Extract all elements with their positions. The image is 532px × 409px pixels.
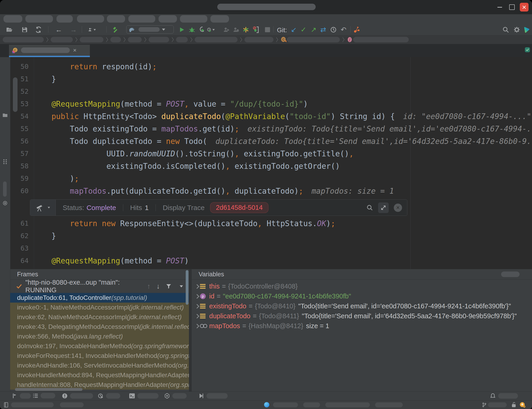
code-line-56[interactable]: 56 Todo duplicateTodo = new Todo(duplica…	[10, 135, 532, 147]
frame-row[interactable]: duplicateTodo:61, TodoController (spp.tu…	[10, 293, 189, 303]
expand-chevron-icon[interactable]	[194, 325, 200, 328]
toolwindow-debug[interactable]	[12, 393, 31, 399]
run-with-coverage-icon[interactable]	[198, 26, 206, 34]
breadcrumb-item-redacted[interactable]	[287, 37, 340, 42]
frame-row[interactable]: invokeForRequest:141, InvocableHandlerMe…	[10, 351, 189, 361]
code-line-50[interactable]: 50 return respond(id);	[10, 60, 532, 73]
bar-search-icon[interactable]	[367, 204, 373, 211]
expand-chevron-icon[interactable]	[194, 285, 200, 288]
variables-header-pill-redacted[interactable]	[501, 271, 520, 277]
code-line-53[interactable]: 53 @RequestMapping(method = POST, value …	[10, 98, 532, 110]
code-line-60[interactable]: 60 mapTodos.put(duplicateTodo.getId(), d…	[10, 185, 532, 197]
breadcrumb-item-redacted[interactable]	[80, 37, 104, 42]
status-item-redacted[interactable]	[273, 402, 298, 407]
code-line-51[interactable]: 51 }	[10, 73, 532, 85]
frame-row[interactable]: invoke:566, Method (java.lang.reflect)	[10, 332, 189, 341]
toolwindow-profiler[interactable]	[98, 393, 120, 399]
toolwindow-problems[interactable]	[62, 393, 93, 399]
code-line-58[interactable]: 58 existingTodo.isCompleted(), existingT…	[10, 160, 532, 172]
breadcrumb-item-redacted[interactable]	[51, 37, 73, 42]
settings-gear-icon[interactable]	[513, 26, 521, 34]
frame-row[interactable]: invokeAndHandle:106, ServletInvocableHan…	[10, 361, 189, 370]
tab-close-icon[interactable]: ×	[73, 47, 76, 54]
code-line-61[interactable]: 61 return new ResponseEntity<>(duplicate…	[10, 217, 532, 230]
rollback-icon[interactable]: ↶	[340, 26, 347, 34]
status-item-redacted[interactable]	[60, 402, 84, 407]
frame-row[interactable]: invoke0:-1, NativeMethodAccessorImpl (jd…	[10, 303, 189, 312]
variable-row[interactable]: mapTodos={HashMap@8412}size = 1	[192, 321, 532, 331]
frame-row[interactable]: doInvoke:197, InvocableHandlerMethod (or…	[10, 341, 189, 351]
open-folder-icon[interactable]	[6, 26, 13, 34]
save-icon[interactable]	[21, 26, 28, 34]
menu-item-pill[interactable]	[77, 15, 104, 23]
editor-tab-active[interactable]: C ×	[9, 45, 90, 56]
sync-icon[interactable]	[35, 26, 42, 34]
git-commit-icon[interactable]: ✓	[300, 26, 307, 34]
toolwindow-endpoints[interactable]	[164, 393, 187, 399]
update-available-icon[interactable]	[519, 402, 526, 408]
structure-target-icon[interactable]	[2, 200, 8, 206]
editor-corner-icon[interactable]	[524, 47, 530, 53]
expand-chevron-icon[interactable]	[194, 295, 200, 298]
maximize-button[interactable]	[508, 3, 516, 11]
breadcrumb-item-redacted[interactable]	[3, 37, 44, 42]
code-with-me-icon[interactable]	[353, 26, 361, 34]
breadcrumb-item-redacted[interactable]	[245, 37, 274, 42]
expand-chevron-icon[interactable]	[194, 305, 200, 308]
back-icon[interactable]: ←	[55, 26, 63, 34]
project-folder-icon[interactable]	[2, 112, 8, 118]
history-icon[interactable]	[330, 26, 337, 34]
status-item-redacted[interactable]	[303, 402, 320, 407]
build-hammer-icon[interactable]	[112, 26, 119, 34]
variable-row[interactable]: pid="ee0d7080-c167-4994-9241-1c4b6fe390f…	[192, 291, 532, 301]
code-line-64[interactable]: 64 @RequestMapping(method = POST)	[10, 254, 532, 267]
toolwindow-terminal[interactable]	[129, 393, 159, 399]
trace-id-badge[interactable]: 2d61458d-5014	[210, 202, 268, 213]
commit-dots-icon[interactable]	[2, 158, 8, 165]
breadcrumb-item-redacted[interactable]	[195, 37, 238, 42]
menu-item-pill[interactable]	[3, 15, 22, 23]
status-item-redacted[interactable]	[325, 402, 370, 407]
breadcrumb-item-redacted[interactable]	[110, 37, 121, 42]
chevron-down-icon[interactable]	[48, 207, 50, 208]
instrument-type-cell[interactable]	[30, 200, 56, 215]
code-line-52[interactable]: 52	[10, 85, 532, 98]
breadcrumb-item-redacted[interactable]	[149, 37, 169, 42]
tool-stripe-pill-redacted[interactable]	[3, 181, 7, 197]
status-item-redacted[interactable]	[375, 402, 403, 407]
git-update-icon[interactable]: ↙	[290, 26, 298, 34]
debug-status-dot[interactable]	[264, 402, 269, 407]
attach-debugger-icon[interactable]	[252, 26, 260, 34]
breadcrumb-item-redacted[interactable]	[176, 37, 188, 42]
variable-row[interactable]: duplicateTodo={Todo@8411}"Todo{title='Se…	[192, 311, 532, 321]
lock-icon[interactable]	[511, 402, 517, 408]
frames-horizontal-scrollbar[interactable]	[15, 388, 83, 391]
git-push-icon[interactable]: ↗	[310, 26, 317, 34]
git-fetch-icon[interactable]: ⇄	[319, 26, 327, 34]
toolwindow-services[interactable]	[199, 393, 228, 399]
profile-user-icon[interactable]	[88, 26, 96, 34]
expand-icon[interactable]	[378, 202, 389, 213]
menu-item-pill[interactable]	[180, 15, 207, 23]
code-line-59[interactable]: 59 );	[10, 172, 532, 185]
chevron-down-icon[interactable]	[180, 285, 183, 288]
search-icon[interactable]	[502, 26, 510, 34]
breadcrumb-item-redacted[interactable]	[353, 37, 409, 42]
menu-item-pill[interactable]	[107, 15, 125, 23]
filter-funnel-icon[interactable]	[166, 283, 171, 289]
git-branch-icon[interactable]	[481, 402, 487, 408]
code-line-63[interactable]: 63	[10, 242, 532, 254]
code-line-54[interactable]: 54 public HttpEntity<Todo> duplicateTodo…	[10, 110, 532, 122]
status-item-redacted[interactable]	[488, 402, 507, 407]
code-line-62[interactable]: 62 }	[10, 230, 532, 242]
breadcrumb-item-redacted[interactable]	[128, 37, 142, 42]
minimize-button[interactable]	[495, 3, 504, 11]
menu-item-pill[interactable]	[159, 15, 177, 23]
spring-rerun-icon[interactable]	[242, 26, 250, 34]
variable-row[interactable]: existingTodo={Todo@8410}"Todo{title='Sen…	[192, 301, 532, 311]
toolwindow-notifications[interactable]	[490, 393, 518, 399]
status-item-redacted[interactable]	[11, 402, 54, 407]
bar-close-icon[interactable]: ×	[394, 204, 402, 212]
expand-chevron-icon[interactable]	[194, 315, 200, 318]
close-button[interactable]: ×	[520, 3, 529, 11]
